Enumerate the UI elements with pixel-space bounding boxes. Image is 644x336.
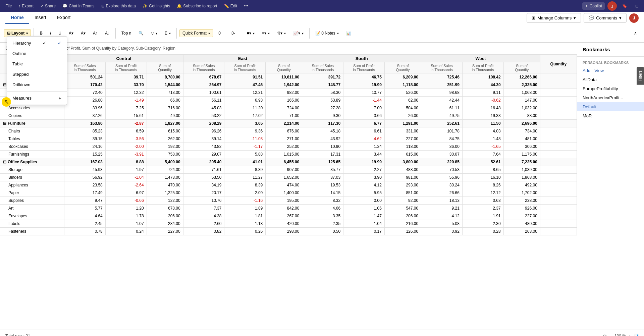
decimal-increase[interactable]: .0+	[214, 29, 226, 37]
table-row: Furnishings15.25-3.91758.0029.075.881,01…	[0, 151, 577, 158]
collapse-icon[interactable]: ⊟	[3, 82, 6, 87]
font-size-decrease[interactable]: A↓	[102, 29, 113, 37]
top-bar: File ↑ Export ↗ Share 💬 Chat in Teams ⊞ …	[0, 0, 644, 12]
menu-item-outline[interactable]: Outline	[7, 48, 67, 59]
column-align-button[interactable]: ≡▾	[259, 29, 273, 37]
data-cell: 724.00	[147, 166, 183, 174]
view-bookmark-button[interactable]: View	[594, 68, 604, 73]
font-size-increase[interactable]: A↑	[90, 29, 101, 37]
share-menu[interactable]: ↗ Share	[38, 2, 58, 10]
table-body: 501.2439.718,780.00678.6791.5110,611.003…	[0, 73, 577, 235]
menu-item-measures[interactable]: Measures ▶	[7, 93, 67, 103]
data-cell: 1,225.00	[147, 189, 183, 197]
east-sales: Sum of Salesin Thousands	[183, 62, 224, 73]
menu-item-drilldown[interactable]: Drilldown	[7, 79, 67, 90]
bookmark-default[interactable]: Default	[577, 102, 644, 111]
data-cell: 42.44	[421, 97, 463, 104]
data-cell: 7.00	[343, 104, 385, 112]
settings-icon[interactable]: ⚙	[603, 334, 607, 336]
font-color-button[interactable]: A▾	[78, 29, 89, 37]
add-bookmark-button[interactable]: Add	[583, 68, 590, 73]
zoom-increase[interactable]: +	[629, 334, 631, 336]
chart-icon[interactable]: 📊	[634, 334, 639, 336]
bookmark-europe[interactable]: EuropeProfitability	[577, 84, 644, 93]
table-area[interactable]: Sum of Sales in Thousands, Sum of Profit…	[0, 43, 577, 330]
bookmark-alldata[interactable]: AllData	[577, 75, 644, 84]
sort-button[interactable]: ⇅▾	[274, 29, 289, 37]
data-cell: 45.18	[302, 127, 343, 135]
data-cell: 46.75	[343, 73, 385, 81]
east-profit: Sum of Profitin Thousands	[224, 62, 266, 73]
bookmark-mor[interactable]: MoR	[577, 111, 644, 120]
data-cell: 56.11	[183, 97, 224, 104]
divider-5	[309, 28, 310, 39]
data-cell: 8.39	[224, 181, 266, 189]
data-cell: 206.00	[147, 212, 183, 220]
data-cell: 43.92	[302, 135, 343, 143]
search-button[interactable]: 🔍	[136, 29, 147, 37]
bookmark-northamerica[interactable]: NorthAmericaProfit...	[577, 93, 644, 102]
tab-insert[interactable]: Insert	[29, 12, 52, 24]
export-menu[interactable]: ↑ Export	[16, 2, 36, 10]
manage-columns-button[interactable]: ⊞ Manage Columns ▾	[527, 13, 581, 23]
data-cell: 1.91	[462, 212, 503, 220]
chat-teams-menu[interactable]: 💬 Chat in Teams	[60, 2, 97, 10]
data-cell: 70.53	[421, 166, 463, 174]
more-label: •••	[244, 4, 248, 8]
data-cell	[540, 97, 577, 104]
data-cell: 118.00	[384, 143, 421, 151]
data-cell	[540, 127, 577, 135]
notes-button[interactable]: 📝 0 Notes	[312, 29, 341, 37]
subscribe-menu[interactable]: 🔔 Subscribe to report	[174, 2, 220, 10]
sum-button[interactable]: Σ	[162, 29, 173, 37]
data-cell: 982.00	[266, 89, 302, 97]
collapse-ribbon[interactable]: ∧	[631, 29, 640, 37]
edit-menu[interactable]: ✏️ Edit	[221, 2, 240, 10]
data-cell: 907.00	[266, 166, 302, 174]
user-avatar[interactable]: J	[607, 1, 617, 11]
data-cell: 71.00	[266, 112, 302, 120]
tab-home[interactable]: Home	[5, 12, 29, 24]
data-cell: -2.64	[105, 181, 147, 189]
menu-item-hierarchy[interactable]: Hierarchy ✓	[7, 38, 67, 48]
data-cell: 526.00	[384, 89, 421, 97]
collapse-icon[interactable]: ⊟	[3, 121, 6, 126]
file-menu[interactable]: File	[3, 2, 14, 10]
filter-button[interactable]: ▽	[148, 29, 160, 37]
data-cell: 678.67	[183, 73, 224, 81]
comments-button[interactable]: 💬 Comments ▾	[584, 13, 627, 23]
more-menu[interactable]: •••	[241, 2, 251, 10]
bookmark-panel-toggle[interactable]: 🔖	[620, 2, 630, 10]
west-profit: Sum of Profitin Thousands	[462, 62, 503, 73]
share-icon: ↗	[40, 4, 44, 8]
filters-tab[interactable]: Filters	[637, 67, 644, 85]
highlight-button[interactable]: A▾	[66, 29, 76, 37]
explore-data-menu[interactable]: ⊞ Explore this data	[99, 2, 139, 10]
quick-format-button[interactable]: Quick Format	[179, 29, 213, 37]
data-cell	[540, 220, 577, 228]
menu-item-stepped[interactable]: Stepped	[7, 69, 67, 79]
conditional-format-button[interactable]: ■▾	[244, 29, 258, 37]
data-cell: 1.78	[105, 212, 147, 220]
get-insights-menu[interactable]: ✨ Get insights	[140, 2, 173, 10]
analytics-button[interactable]: 📊	[343, 29, 354, 37]
category-cell: ⊟Office Supplies	[0, 158, 64, 166]
chat-label: Chat in Teams	[69, 4, 94, 8]
data-cell: 12.12	[462, 189, 503, 197]
decimal-decrease[interactable]: .0-	[227, 29, 238, 37]
zoom-decrease[interactable]: −	[609, 334, 612, 336]
data-cell: 2.27	[343, 166, 385, 174]
data-cell	[540, 158, 577, 166]
tab-export[interactable]: Export	[52, 12, 76, 24]
top-n-button[interactable]: Top n	[118, 29, 134, 37]
data-cell: 1.13	[224, 220, 266, 228]
user-pic[interactable]: J	[629, 13, 639, 23]
data-cell: 1,544.00	[147, 81, 183, 89]
window-controls[interactable]: ⊡	[633, 2, 641, 10]
data-cell	[540, 212, 577, 220]
south-profit: Sum of Profitin Thousands	[343, 62, 385, 73]
sparkline-button[interactable]: 📈▾	[290, 29, 307, 37]
menu-item-table[interactable]: Table	[7, 59, 67, 69]
collapse-icon[interactable]: ⊟	[3, 160, 6, 164]
copilot-button[interactable]: ✦ Copilot	[582, 2, 605, 10]
